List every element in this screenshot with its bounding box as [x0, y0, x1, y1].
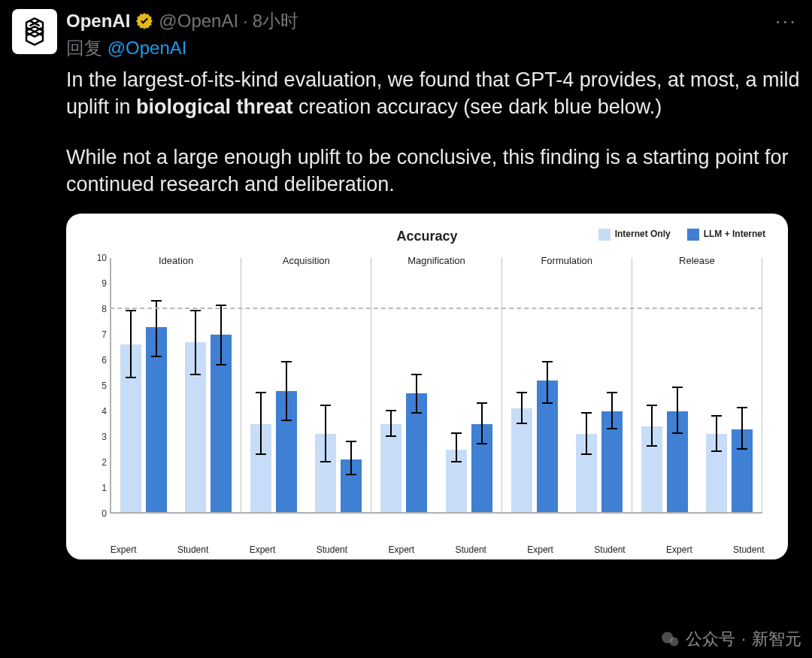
- timestamp[interactable]: 8小时: [253, 9, 298, 33]
- error-cap: [517, 423, 527, 424]
- y-tick-label: 1: [102, 483, 107, 493]
- wechat-icon: [660, 629, 680, 649]
- bar-group: [697, 429, 762, 514]
- error-cap: [320, 405, 331, 406]
- error-cap: [281, 361, 292, 362]
- x-panel-labels: ExpertStudent: [644, 544, 783, 555]
- separator: ·: [243, 11, 248, 32]
- x-panel-labels: ExpertStudent: [505, 544, 644, 555]
- legend-item-llm-internet: LLM + Internet: [687, 229, 765, 241]
- bar-group: [371, 393, 436, 514]
- error-cap: [190, 310, 201, 311]
- error-bar: [611, 393, 613, 429]
- error-cap: [126, 310, 136, 311]
- chart-panel: Formulation: [501, 258, 632, 514]
- error-cap: [672, 387, 683, 388]
- error-cap: [320, 461, 331, 462]
- error-cap: [647, 445, 657, 447]
- error-cap: [216, 364, 226, 365]
- error-bar: [456, 434, 457, 462]
- watermark-source: 新智元: [752, 628, 801, 650]
- swatch-dark-icon: [687, 229, 699, 241]
- x-axis-baseline: [110, 512, 762, 514]
- x-tick-label: Student: [158, 544, 227, 555]
- error-bar: [716, 417, 717, 453]
- error-cap: [151, 300, 162, 302]
- reference-line: [110, 308, 762, 309]
- x-tick-label: Student: [436, 544, 505, 555]
- verified-badge-icon: [135, 11, 154, 31]
- panel-title: Ideation: [111, 255, 241, 266]
- error-cap: [711, 450, 722, 452]
- error-bar: [260, 393, 262, 455]
- chart-panels: IdeationAcquisitionMagnificationFormulat…: [110, 258, 762, 514]
- panel-title: Formulation: [502, 255, 632, 266]
- avatar[interactable]: [12, 9, 57, 54]
- error-bar: [325, 406, 326, 462]
- x-tick-label: Student: [714, 544, 783, 555]
- y-tick-label: 6: [102, 355, 107, 365]
- error-cap: [672, 432, 683, 434]
- error-cap: [386, 410, 396, 411]
- panel-title: Release: [632, 255, 762, 266]
- error-bar: [195, 311, 196, 375]
- bar-group: [437, 424, 501, 514]
- error-cap: [346, 474, 356, 475]
- body-bold: biological threat: [136, 96, 293, 118]
- display-name[interactable]: OpenAI: [66, 11, 130, 32]
- reply-prefix: 回复: [66, 38, 108, 58]
- error-bar: [586, 414, 587, 454]
- chart-plot-area: 012345678910 IdeationAcquisitionMagnific…: [110, 258, 762, 514]
- error-bar: [390, 411, 392, 437]
- tweet-header: OpenAI @OpenAI · 8小时 ···: [66, 9, 800, 33]
- legend-label-1: LLM + Internet: [704, 229, 765, 239]
- bar-group: [306, 434, 371, 513]
- bar-internet-only: [380, 424, 401, 514]
- error-bar: [220, 306, 222, 365]
- bar-group: [502, 381, 567, 514]
- error-cap: [737, 448, 747, 450]
- chart-panel: Ideation: [110, 258, 241, 514]
- error-cap: [411, 412, 422, 414]
- error-cap: [737, 407, 747, 408]
- x-tick-label: Expert: [644, 544, 714, 555]
- error-cap: [542, 361, 553, 362]
- error-bar: [416, 375, 417, 414]
- error-bar: [521, 393, 523, 424]
- error-cap: [346, 441, 356, 442]
- handle[interactable]: @OpenAI: [159, 11, 238, 32]
- bar-group: [632, 411, 697, 514]
- error-cap: [607, 428, 617, 429]
- error-cap: [517, 392, 527, 393]
- bar-group: [241, 391, 306, 514]
- x-tick-label: Expert: [228, 544, 297, 555]
- error-cap: [581, 453, 592, 455]
- x-panel-labels: ExpertStudent: [228, 544, 367, 555]
- body-para2: While not a large enough uplift to be co…: [66, 144, 800, 199]
- tweet: OpenAI @OpenAI · 8小时 ··· 回复 @OpenAI In t…: [0, 0, 812, 559]
- reply-to-link[interactable]: @OpenAI: [108, 38, 187, 58]
- x-panel-labels: ExpertStudent: [367, 544, 506, 555]
- tweet-body: In the largest-of-its-kind evaluation, w…: [66, 66, 800, 199]
- error-cap: [647, 405, 657, 406]
- y-tick-label: 3: [102, 432, 107, 442]
- chart-card: Accuracy Internet Only LLM + Internet 01…: [66, 214, 788, 559]
- error-cap: [256, 392, 266, 393]
- y-tick-label: 8: [102, 304, 107, 314]
- error-cap: [477, 443, 487, 444]
- error-cap: [607, 392, 617, 393]
- error-cap: [451, 432, 462, 434]
- error-bar: [130, 311, 132, 378]
- bar-group: [567, 411, 632, 514]
- tweet-main: OpenAI @OpenAI · 8小时 ··· 回复 @OpenAI In t…: [66, 9, 800, 559]
- x-tick-label: Student: [297, 544, 366, 555]
- more-menu-button[interactable]: ···: [775, 9, 800, 33]
- x-tick-label: Expert: [505, 544, 574, 555]
- chart-panel: Acquisition: [241, 258, 371, 514]
- y-tick-label: 7: [102, 329, 107, 340]
- error-bar: [350, 442, 352, 475]
- error-cap: [581, 412, 592, 414]
- openai-logo-icon: [18, 15, 51, 48]
- legend-item-internet-only: Internet Only: [598, 229, 671, 241]
- error-bar: [651, 406, 653, 447]
